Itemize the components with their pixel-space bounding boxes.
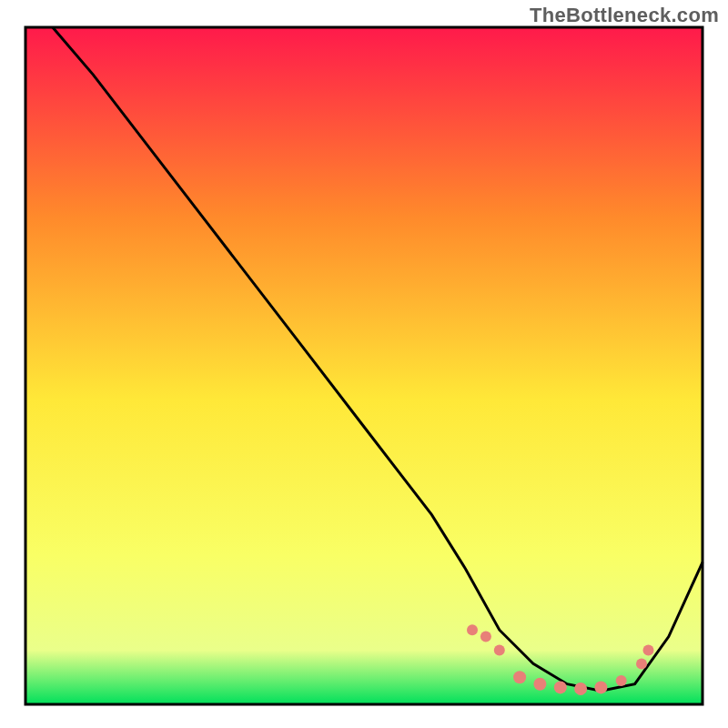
bottleneck-chart [0, 0, 728, 728]
highlight-marker [574, 682, 587, 695]
watermark-text: TheBottleneck.com [530, 4, 719, 27]
highlight-marker [554, 681, 567, 693]
highlight-marker [480, 632, 491, 642]
highlight-marker [533, 678, 546, 691]
highlight-marker [643, 645, 654, 656]
highlight-marker [494, 645, 505, 656]
highlight-marker [513, 671, 526, 683]
highlight-marker [636, 658, 647, 669]
highlight-marker [594, 681, 607, 693]
highlight-marker [467, 624, 478, 635]
highlight-marker [616, 675, 627, 686]
plot-gradient-bg [25, 27, 703, 704]
